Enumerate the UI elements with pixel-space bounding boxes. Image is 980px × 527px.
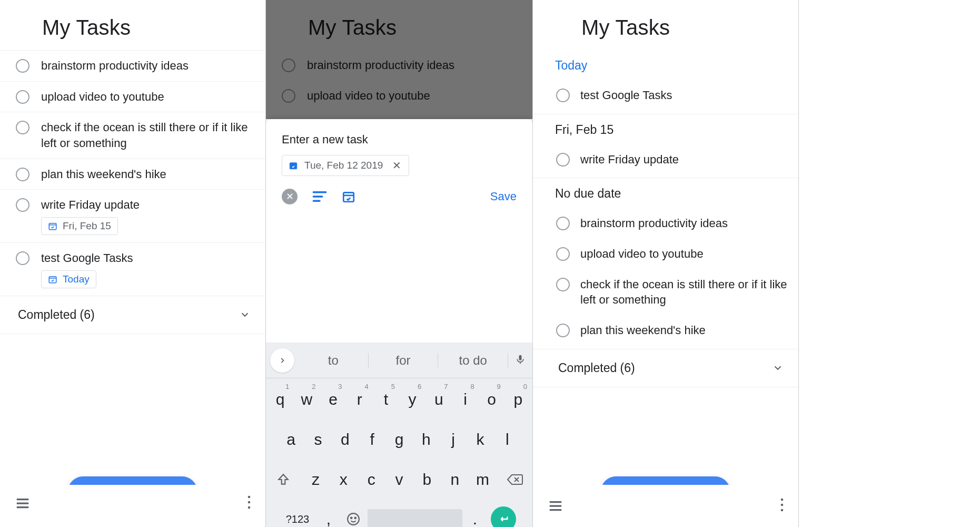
new-task-input[interactable]: Enter a new task: [266, 119, 532, 155]
task-checkbox[interactable]: [16, 251, 29, 265]
key-y[interactable]: 6y: [400, 380, 424, 418]
key-g[interactable]: g: [387, 421, 411, 458]
task-text: plan this weekend's hike: [580, 323, 706, 338]
enter-key[interactable]: [488, 501, 519, 527]
svg-point-13: [781, 509, 784, 512]
key-c[interactable]: c: [359, 461, 384, 499]
key-z[interactable]: z: [303, 461, 329, 499]
task-checkbox[interactable]: [16, 198, 29, 212]
period-key[interactable]: .: [464, 501, 486, 527]
symbols-key[interactable]: ?123: [279, 501, 316, 527]
phone-tasks-list: My Tasks brainstorm productivity ideas u…: [0, 0, 266, 527]
task-row[interactable]: check if the ocean is still there or if …: [533, 269, 798, 315]
key-v[interactable]: v: [387, 461, 412, 499]
expand-icon[interactable]: [270, 348, 294, 373]
comma-key[interactable]: ,: [318, 501, 339, 527]
date-chip-label: Today: [63, 274, 90, 285]
suggestion[interactable]: to: [299, 353, 369, 368]
details-icon[interactable]: [312, 191, 327, 202]
task-row[interactable]: write Friday update Fri, Feb 15: [0, 190, 265, 243]
section-header: Fri, Feb 15: [533, 114, 798, 144]
key-l[interactable]: l: [495, 421, 520, 458]
keyboard: to for to do 1q2w3e4r5t6y7u8i9o0p asdfgh…: [266, 343, 532, 527]
task-row[interactable]: test Google Tasks Today: [0, 243, 265, 296]
space-key[interactable]: [368, 509, 462, 527]
task-row[interactable]: check if the ocean is still there or if …: [0, 112, 265, 159]
date-chip[interactable]: Tue, Feb 12 2019 ✕: [282, 155, 409, 176]
page-title: My Tasks: [533, 0, 798, 50]
key-k[interactable]: k: [468, 421, 492, 458]
suggestion[interactable]: to do: [438, 353, 508, 368]
task-checkbox[interactable]: [16, 90, 29, 104]
completed-toggle[interactable]: Completed (6): [533, 349, 798, 387]
svg-point-11: [781, 499, 784, 501]
svg-rect-5: [290, 163, 297, 169]
task-row[interactable]: brainstorm productivity ideas: [533, 208, 798, 239]
task-checkbox[interactable]: [556, 278, 570, 291]
key-e[interactable]: 3e: [321, 380, 345, 418]
calendar-icon: [289, 161, 298, 170]
menu-icon[interactable]: [15, 495, 31, 511]
more-icon[interactable]: [780, 498, 784, 514]
task-row[interactable]: brainstorm productivity ideas: [0, 50, 265, 82]
key-q[interactable]: 1q: [268, 380, 292, 418]
page-title: My Tasks: [0, 0, 265, 50]
modal-scrim[interactable]: [266, 0, 532, 119]
key-n[interactable]: n: [442, 461, 468, 499]
key-u[interactable]: 7u: [427, 380, 451, 418]
task-row[interactable]: write Friday update: [533, 144, 798, 175]
chevron-down-icon: [239, 309, 251, 320]
suggestion[interactable]: for: [369, 353, 439, 368]
task-checkbox[interactable]: [556, 153, 570, 167]
task-text: plan this weekend's hike: [41, 167, 166, 182]
task-row[interactable]: upload video to youtube: [533, 239, 798, 269]
task-row[interactable]: plan this weekend's hike: [0, 159, 265, 190]
task-checkbox[interactable]: [16, 59, 29, 73]
key-h[interactable]: h: [414, 421, 439, 458]
dismiss-button[interactable]: ✕: [282, 189, 298, 204]
task-checkbox[interactable]: [556, 217, 570, 230]
more-icon[interactable]: [248, 495, 251, 511]
key-m[interactable]: m: [470, 461, 496, 499]
clear-date-icon[interactable]: ✕: [389, 160, 404, 171]
task-row[interactable]: upload video to youtube: [0, 82, 265, 113]
emoji-key[interactable]: [341, 501, 365, 527]
task-checkbox[interactable]: [556, 324, 570, 337]
task-row[interactable]: plan this weekend's hike: [533, 315, 798, 346]
key-w[interactable]: 2w: [294, 380, 319, 418]
completed-toggle[interactable]: Completed (6): [0, 296, 265, 334]
key-r[interactable]: 4r: [348, 380, 372, 418]
key-t[interactable]: 5t: [374, 380, 398, 418]
phone-tasks-by-date: My Tasks Today test Google Tasks Fri, Fe…: [533, 0, 799, 527]
new-task-sheet: Enter a new task Tue, Feb 12 2019 ✕ ✕ Sa…: [266, 119, 532, 527]
task-checkbox[interactable]: [556, 247, 570, 261]
task-row[interactable]: test Google Tasks: [533, 80, 798, 111]
key-s[interactable]: s: [305, 421, 330, 458]
task-text: upload video to youtube: [41, 89, 164, 105]
shift-key[interactable]: [268, 461, 299, 499]
svg-rect-1: [49, 277, 56, 283]
key-p[interactable]: 0p: [506, 380, 530, 418]
key-o[interactable]: 9o: [480, 380, 504, 418]
menu-icon[interactable]: [548, 498, 563, 514]
task-checkbox[interactable]: [556, 89, 570, 102]
key-d[interactable]: d: [333, 421, 358, 458]
mic-icon[interactable]: [508, 353, 532, 368]
svg-point-12: [781, 504, 784, 506]
task-checkbox[interactable]: [16, 168, 29, 181]
key-j[interactable]: j: [441, 421, 466, 458]
key-b[interactable]: b: [414, 461, 440, 499]
key-f[interactable]: f: [360, 421, 384, 458]
save-button[interactable]: Save: [490, 190, 517, 203]
task-checkbox[interactable]: [16, 121, 29, 134]
bottom-bar: [533, 485, 798, 527]
key-i[interactable]: 8i: [453, 380, 477, 418]
key-a[interactable]: a: [279, 421, 303, 458]
date-chip[interactable]: Fri, Feb 15: [41, 217, 118, 235]
key-x[interactable]: x: [331, 461, 357, 499]
date-chip[interactable]: Today: [41, 270, 96, 288]
calendar-icon[interactable]: [342, 190, 355, 203]
backspace-key[interactable]: [500, 461, 530, 499]
svg-point-10: [354, 518, 356, 519]
svg-point-9: [351, 518, 352, 519]
